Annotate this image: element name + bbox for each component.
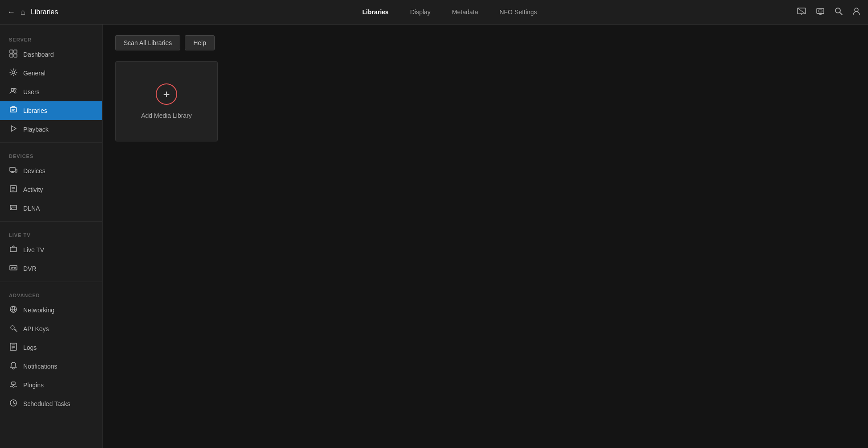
user-icon[interactable] bbox=[852, 7, 861, 18]
svg-point-11 bbox=[855, 8, 858, 12]
sidebar-divider-1 bbox=[0, 142, 102, 143]
svg-line-54 bbox=[13, 403, 15, 404]
add-library-label: Add Media Library bbox=[141, 112, 192, 119]
svg-line-1 bbox=[797, 8, 806, 14]
back-button[interactable]: ← bbox=[7, 8, 15, 17]
svg-rect-50 bbox=[12, 382, 15, 385]
add-library-icon: + bbox=[156, 83, 177, 105]
svg-rect-12 bbox=[10, 50, 13, 53]
logs-icon bbox=[9, 343, 18, 353]
sidebar-label-livetv: Live TV bbox=[23, 246, 44, 253]
svg-line-43 bbox=[15, 329, 16, 330]
users-icon bbox=[9, 87, 18, 97]
svg-point-36 bbox=[11, 267, 12, 269]
sidebar-item-networking[interactable]: Networking bbox=[0, 301, 102, 319]
sidebar-label-plugins: Plugins bbox=[23, 382, 44, 389]
svg-rect-8 bbox=[818, 10, 822, 12]
activity-icon bbox=[9, 185, 18, 195]
sidebar-divider-2 bbox=[0, 221, 102, 222]
sidebar: Server Dashboard General bbox=[0, 25, 103, 448]
svg-rect-31 bbox=[10, 205, 17, 210]
sidebar-label-general: General bbox=[23, 70, 46, 77]
sidebar-label-logs: Logs bbox=[23, 344, 37, 351]
svg-rect-23 bbox=[10, 167, 15, 171]
svg-point-41 bbox=[11, 326, 14, 329]
svg-point-9 bbox=[835, 8, 840, 13]
no-signal-icon[interactable] bbox=[797, 6, 806, 18]
sidebar-label-dvr: DVR bbox=[23, 265, 37, 272]
nav-nfo-settings[interactable]: NFO Settings bbox=[496, 7, 540, 17]
sidebar-item-apikeys[interactable]: API Keys bbox=[0, 319, 102, 338]
playback-icon bbox=[9, 124, 18, 134]
libraries-icon bbox=[9, 106, 18, 116]
svg-point-17 bbox=[11, 88, 14, 91]
cast-icon[interactable] bbox=[815, 6, 825, 18]
svg-rect-34 bbox=[10, 247, 17, 252]
svg-point-18 bbox=[14, 88, 16, 90]
content-area: Scan All Libraries Help + Add Media Libr… bbox=[103, 25, 868, 448]
sidebar-section-livetv: Live TV bbox=[0, 225, 102, 241]
nav-libraries[interactable]: Libraries bbox=[359, 7, 392, 17]
sidebar-label-activity: Activity bbox=[23, 186, 43, 193]
svg-marker-22 bbox=[12, 126, 16, 131]
svg-rect-19 bbox=[10, 108, 17, 112]
dashboard-icon bbox=[9, 50, 18, 59]
plugins-icon bbox=[9, 380, 18, 390]
nav-metadata[interactable]: Metadata bbox=[449, 7, 482, 17]
sidebar-item-general[interactable]: General bbox=[0, 64, 102, 83]
home-button[interactable]: ⌂ bbox=[21, 8, 25, 17]
scan-all-libraries-button[interactable]: Scan All Libraries bbox=[115, 35, 180, 50]
svg-point-33 bbox=[11, 208, 12, 209]
svg-rect-26 bbox=[15, 169, 17, 172]
notifications-icon bbox=[9, 361, 18, 371]
sidebar-item-scheduled-tasks[interactable]: Scheduled Tasks bbox=[0, 394, 102, 413]
sidebar-section-advanced: Advanced bbox=[0, 286, 102, 301]
toolbar: Scan All Libraries Help bbox=[115, 35, 856, 50]
devices-icon bbox=[9, 166, 18, 176]
sidebar-section-server: Server bbox=[0, 30, 102, 45]
sidebar-item-dvr[interactable]: DVR bbox=[0, 259, 102, 278]
sidebar-label-libraries: Libraries bbox=[23, 107, 47, 114]
help-button[interactable]: Help bbox=[185, 35, 215, 50]
general-icon bbox=[9, 68, 18, 78]
dvr-icon bbox=[9, 264, 18, 274]
svg-rect-15 bbox=[14, 54, 17, 57]
svg-rect-14 bbox=[10, 54, 13, 57]
svg-rect-4 bbox=[817, 8, 824, 13]
sidebar-item-dashboard[interactable]: Dashboard bbox=[0, 45, 102, 64]
sidebar-section-devices: Devices bbox=[0, 146, 102, 162]
top-header: ← ⌂ Libraries Libraries Display Metadata… bbox=[0, 0, 868, 25]
plus-icon: + bbox=[163, 88, 170, 100]
scheduled-tasks-icon bbox=[9, 399, 18, 409]
sidebar-label-apikeys: API Keys bbox=[23, 325, 49, 332]
sidebar-item-devices[interactable]: Devices bbox=[0, 162, 102, 180]
svg-point-49 bbox=[12, 386, 14, 387]
sidebar-item-libraries[interactable]: Libraries bbox=[0, 101, 102, 120]
sidebar-label-networking: Networking bbox=[23, 307, 54, 314]
svg-rect-13 bbox=[14, 50, 17, 53]
add-library-card[interactable]: + Add Media Library bbox=[115, 61, 218, 141]
sidebar-item-dlna[interactable]: DLNA bbox=[0, 199, 102, 218]
header-center-nav: Libraries Display Metadata NFO Settings bbox=[110, 7, 789, 17]
sidebar-label-playback: Playback bbox=[23, 126, 49, 133]
sidebar-item-notifications[interactable]: Notifications bbox=[0, 357, 102, 376]
apikeys-icon bbox=[9, 324, 18, 334]
svg-point-37 bbox=[14, 267, 16, 269]
sidebar-item-playback[interactable]: Playback bbox=[0, 120, 102, 139]
sidebar-item-logs[interactable]: Logs bbox=[0, 338, 102, 357]
sidebar-label-notifications: Notifications bbox=[23, 363, 57, 370]
svg-line-10 bbox=[840, 12, 842, 15]
nav-display[interactable]: Display bbox=[407, 7, 434, 17]
sidebar-label-scheduled-tasks: Scheduled Tasks bbox=[23, 400, 71, 407]
sidebar-label-dashboard: Dashboard bbox=[23, 51, 54, 58]
sidebar-item-plugins[interactable]: Plugins bbox=[0, 376, 102, 394]
search-icon[interactable] bbox=[834, 7, 843, 18]
livetv-icon bbox=[9, 245, 18, 255]
header-left: ← ⌂ Libraries bbox=[7, 8, 110, 17]
sidebar-divider-3 bbox=[0, 282, 102, 282]
sidebar-label-dlna: DLNA bbox=[23, 205, 40, 212]
sidebar-item-activity[interactable]: Activity bbox=[0, 180, 102, 199]
sidebar-item-livetv[interactable]: Live TV bbox=[0, 241, 102, 259]
svg-point-16 bbox=[12, 71, 15, 74]
sidebar-item-users[interactable]: Users bbox=[0, 83, 102, 101]
